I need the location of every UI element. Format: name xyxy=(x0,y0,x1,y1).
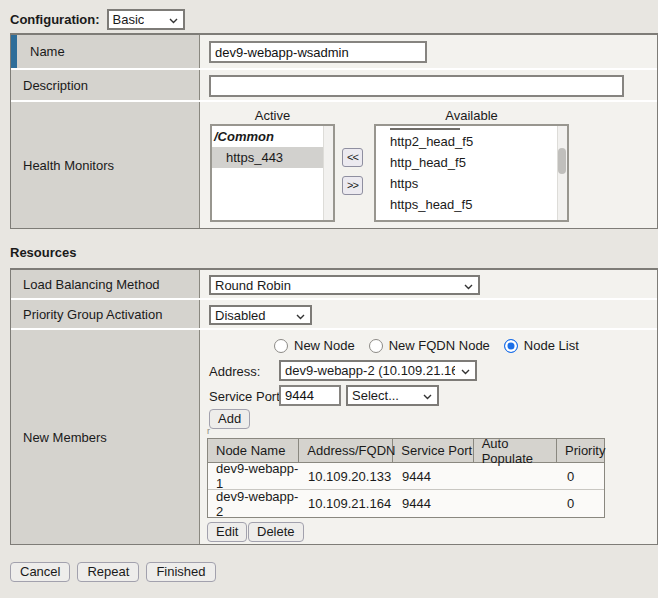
name-label-cell: Name xyxy=(11,35,200,68)
lb-method-label: Load Balancing Method xyxy=(23,277,160,292)
finished-button[interactable]: Finished xyxy=(146,562,215,582)
node-list-radio-label: Node List xyxy=(524,338,579,353)
health-monitors-value-cell: Active Available /Common https_443 << >> xyxy=(200,102,657,228)
description-input[interactable] xyxy=(209,75,624,97)
header-node-name: Node Name xyxy=(208,439,299,462)
clipped-list-item xyxy=(390,128,460,130)
available-monitors-listbox[interactable]: http2_head_f5 http_head_f5 https https_h… xyxy=(374,124,569,222)
priority-group-select[interactable]: Disabled xyxy=(209,305,312,325)
member-priority: 0 xyxy=(559,463,604,489)
available-monitor-item[interactable]: http_head_f5 xyxy=(376,152,567,173)
description-label: Description xyxy=(23,78,88,93)
priority-group-value-cell: Disabled xyxy=(200,300,657,328)
repeat-button[interactable]: Repeat xyxy=(77,562,139,582)
lb-method-value-cell: Round Robin xyxy=(200,270,657,298)
priority-group-row: Priority Group Activation Disabled xyxy=(11,300,657,330)
node-type-radio-group: New Node New FQDN Node Node List xyxy=(274,338,587,353)
member-node-name: dev9-webapp-1 xyxy=(208,463,300,489)
header-priority: Priority xyxy=(557,439,604,462)
health-monitors-label: Health Monitors xyxy=(23,158,114,173)
health-monitors-label-cell: Health Monitors xyxy=(11,102,200,228)
delete-button[interactable]: Delete xyxy=(248,522,304,542)
header-address-fqdn: Address/FQDN xyxy=(299,439,393,462)
new-fqdn-node-radio[interactable] xyxy=(369,339,383,353)
description-value-cell xyxy=(200,70,657,100)
general-properties-table: Name Description Health Monitors Active … xyxy=(10,33,658,229)
service-port-input[interactable] xyxy=(279,385,341,406)
member-address: 10.109.20.133 xyxy=(300,463,394,489)
lb-method-select-value: Round Robin xyxy=(215,278,291,293)
add-button[interactable]: Add xyxy=(209,409,250,429)
description-row: Description xyxy=(11,70,657,102)
node-list-radio[interactable] xyxy=(504,339,518,353)
configuration-bar: Configuration: Basic xyxy=(10,9,185,30)
chevron-down-icon xyxy=(455,363,470,378)
pool-configuration-page: Configuration: Basic Name Description xyxy=(0,0,658,598)
active-list-caption: Active xyxy=(210,108,335,123)
member-service-port: 9444 xyxy=(394,490,475,517)
priority-group-label-cell: Priority Group Activation xyxy=(11,300,200,328)
name-input[interactable] xyxy=(209,41,427,63)
new-node-radio[interactable] xyxy=(274,339,288,353)
name-row: Name xyxy=(11,35,657,70)
available-listbox-scrollbar[interactable] xyxy=(557,126,567,220)
required-field-accent xyxy=(11,35,17,68)
active-listbox-scrollbar[interactable] xyxy=(323,126,333,220)
health-monitors-row: Health Monitors Active Available /Common… xyxy=(11,102,657,228)
active-partition-group: /Common xyxy=(212,126,333,147)
available-monitor-item[interactable]: https_veridium_dmz_443 xyxy=(376,215,567,222)
new-members-label-cell: New Members xyxy=(11,330,200,544)
address-select-value: dev9-webapp-2 (10.109.21.164) xyxy=(285,363,455,378)
chevron-down-icon xyxy=(417,388,432,403)
footer-button-bar: Cancel Repeat Finished xyxy=(10,562,216,582)
available-monitor-item[interactable]: https_head_f5 xyxy=(376,194,567,215)
new-members-value-cell: New Node New FQDN Node Node List Address… xyxy=(200,330,657,544)
resources-table: Load Balancing Method Round Robin Priori… xyxy=(10,268,658,545)
address-select[interactable]: dev9-webapp-2 (10.109.21.164) xyxy=(279,360,477,381)
member-service-port: 9444 xyxy=(394,463,475,489)
lb-method-label-cell: Load Balancing Method xyxy=(11,270,200,298)
edit-button[interactable]: Edit xyxy=(207,522,247,542)
header-auto-populate: Auto Populate xyxy=(474,439,557,462)
member-row[interactable]: dev9-webapp-1 10.109.20.133 9444 0 xyxy=(208,463,604,490)
member-auto-populate xyxy=(475,490,559,517)
lb-method-row: Load Balancing Method Round Robin xyxy=(11,270,657,300)
name-value-cell xyxy=(200,35,657,68)
member-node-name: dev9-webapp-2 xyxy=(208,490,300,517)
name-label: Name xyxy=(23,44,65,59)
move-to-available-button[interactable]: >> xyxy=(342,176,363,195)
active-monitors-listbox[interactable]: /Common https_443 xyxy=(210,124,335,222)
chevron-down-icon xyxy=(458,278,473,293)
service-port-select-value: Select... xyxy=(352,388,399,403)
resources-heading: Resources xyxy=(10,245,76,260)
available-monitor-item[interactable]: https xyxy=(376,173,567,194)
configuration-label: Configuration: xyxy=(10,12,100,27)
priority-group-label: Priority Group Activation xyxy=(23,307,162,322)
move-to-active-button[interactable]: << xyxy=(342,148,363,167)
cancel-button[interactable]: Cancel xyxy=(10,562,70,582)
service-port-label: Service Port: xyxy=(209,389,283,404)
new-node-radio-label: New Node xyxy=(294,338,355,353)
service-port-select[interactable]: Select... xyxy=(346,385,439,406)
priority-group-select-value: Disabled xyxy=(215,308,266,323)
address-label: Address: xyxy=(209,364,260,379)
lb-method-select[interactable]: Round Robin xyxy=(209,275,480,295)
chevron-down-icon xyxy=(290,308,305,323)
available-list-caption: Available xyxy=(374,108,569,123)
new-members-label: New Members xyxy=(23,430,107,445)
member-row[interactable]: dev9-webapp-2 10.109.21.164 9444 0 xyxy=(208,490,604,517)
active-monitor-item[interactable]: https_443 xyxy=(212,147,324,168)
header-service-port: Service Port xyxy=(393,439,473,462)
configuration-select[interactable]: Basic xyxy=(107,9,185,30)
members-table: Node Name Address/FQDN Service Port Auto… xyxy=(207,438,605,518)
description-label-cell: Description xyxy=(11,70,200,100)
new-fqdn-node-radio-label: New FQDN Node xyxy=(389,338,490,353)
member-priority: 0 xyxy=(559,490,604,517)
available-monitor-item[interactable]: http2_head_f5 xyxy=(376,131,567,152)
chevron-down-icon xyxy=(163,12,178,27)
configuration-select-value: Basic xyxy=(113,12,145,27)
new-members-row: New Members New Node New FQDN Node Node … xyxy=(11,330,657,544)
available-scrollbar-thumb[interactable] xyxy=(558,148,566,174)
stray-character: r xyxy=(207,426,210,436)
member-auto-populate xyxy=(475,463,559,489)
